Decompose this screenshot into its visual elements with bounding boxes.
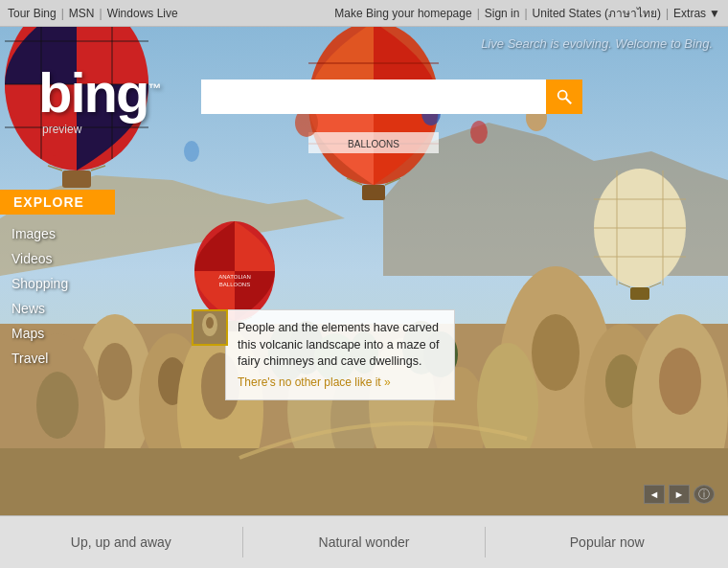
svg-point-11 xyxy=(36,372,79,439)
bing-word: bing xyxy=(38,61,148,124)
svg-text:BALLOONS: BALLOONS xyxy=(219,282,250,287)
svg-point-67 xyxy=(184,141,199,162)
thumb-image xyxy=(193,311,226,344)
travel-link[interactable]: Travel xyxy=(11,347,115,370)
info-thumbnail[interactable] xyxy=(192,309,228,346)
videos-link[interactable]: Videos xyxy=(11,247,115,270)
msn-link[interactable]: MSN xyxy=(69,7,95,20)
live-search-text: Live Search is evolving. Welcome to Bing… xyxy=(481,36,713,51)
svg-rect-60 xyxy=(630,287,649,300)
svg-rect-45 xyxy=(362,185,385,200)
search-input[interactable] xyxy=(201,80,546,114)
info-link-arrow: » xyxy=(384,375,391,389)
maps-link[interactable]: Maps xyxy=(11,322,115,345)
footer-item-3[interactable]: Popular now xyxy=(486,527,728,557)
windows-live-link[interactable]: Windows Live xyxy=(107,7,178,20)
nav-sep-2: | xyxy=(100,7,102,20)
shopping-link[interactable]: Shopping xyxy=(11,272,115,295)
svg-marker-23 xyxy=(0,448,728,515)
sidebar-links: Images Videos Shopping News Maps Travel xyxy=(0,222,115,370)
extras-link[interactable]: Extras xyxy=(673,7,706,20)
tour-bing-link[interactable]: Tour Bing xyxy=(8,7,57,20)
svg-point-65 xyxy=(470,121,488,144)
svg-point-17 xyxy=(659,348,701,415)
svg-point-72 xyxy=(206,317,214,329)
info-link-text: There's no other place like it xyxy=(238,375,381,389)
news-link[interactable]: News xyxy=(11,297,115,320)
extras-arrow: ▼ xyxy=(709,7,720,20)
svg-point-68 xyxy=(558,91,567,100)
locale-link[interactable]: United States (ภาษาไทย) xyxy=(533,4,661,22)
bottom-nav-buttons: ◄ ► ⓘ xyxy=(644,485,715,504)
topnav-right: Make Bing your homepage | Sign in | Unit… xyxy=(334,4,720,22)
info-popup-text: People and the elements have carved this… xyxy=(238,321,440,368)
next-button[interactable]: ► xyxy=(669,485,690,504)
svg-rect-36 xyxy=(62,170,91,188)
svg-point-13 xyxy=(532,314,580,391)
images-link[interactable]: Images xyxy=(11,222,115,245)
bing-tm: ™ xyxy=(148,80,159,96)
nav-sep-4: | xyxy=(524,7,527,20)
info-popup: People and the elements have carved this… xyxy=(225,309,455,400)
explore-badge: EXPLORE xyxy=(0,190,115,215)
top-navigation: Tour Bing | MSN | Windows Live Make Bing… xyxy=(0,0,728,27)
footer: Up, up and away Natural wonder Popular n… xyxy=(0,515,728,568)
info-button[interactable]: ⓘ xyxy=(694,485,715,504)
bing-logo: bing™ xyxy=(38,65,159,121)
homepage-link[interactable]: Make Bing your homepage xyxy=(334,7,471,20)
bing-logo-area: bing™ preview xyxy=(38,65,159,136)
prev-button[interactable]: ◄ xyxy=(644,485,665,504)
svg-text:BALLOONS: BALLOONS xyxy=(348,139,399,149)
sidebar: EXPLORE Images Videos Shopping News Maps… xyxy=(0,190,115,370)
nav-sep-1: | xyxy=(61,7,64,20)
bing-preview-label: preview xyxy=(42,123,159,136)
topnav-left: Tour Bing | MSN | Windows Live xyxy=(8,7,178,20)
hero-area: BALLOONS ANATOLIAN BALLOONS xyxy=(0,27,728,515)
svg-text:ANATOLIAN: ANATOLIAN xyxy=(218,274,250,280)
info-popup-link[interactable]: There's no other place like it » xyxy=(238,375,443,391)
search-icon xyxy=(556,88,573,105)
nav-sep-3: | xyxy=(477,7,480,20)
search-area xyxy=(201,80,582,114)
svg-line-69 xyxy=(566,99,571,103)
footer-item-2[interactable]: Natural wonder xyxy=(243,527,487,557)
sign-in-link[interactable]: Sign in xyxy=(485,7,520,20)
footer-item-1[interactable]: Up, up and away xyxy=(0,527,243,557)
search-button[interactable] xyxy=(546,80,582,114)
nav-sep-5: | xyxy=(666,7,669,20)
